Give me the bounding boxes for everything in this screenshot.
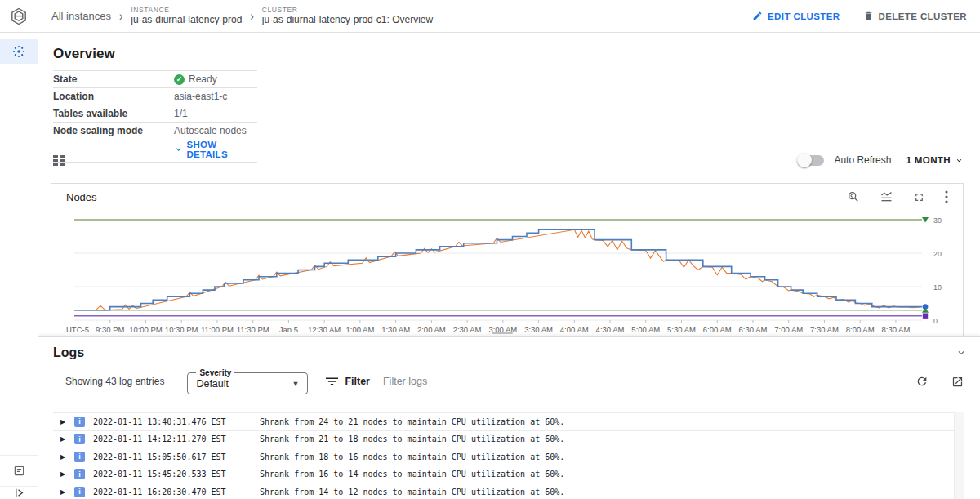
filter-logs-input[interactable]: Filter Filter logs: [326, 376, 427, 387]
expand-arrow-icon[interactable]: ▶: [60, 470, 67, 478]
svg-text:4:30 AM: 4:30 AM: [596, 325, 625, 334]
log-timestamp: 2022-01-11 15:45:20.533 EST: [93, 470, 238, 479]
log-message: Shrank from 14 to 12 nodes to maintain C…: [260, 488, 564, 497]
svg-text:10:00 PM: 10:00 PM: [129, 325, 163, 334]
logs-title: Logs: [53, 345, 84, 360]
filter-icon: [326, 376, 338, 386]
log-row[interactable]: ▶ i 2022-01-11 13:40:31.476 EST Shrank f…: [53, 412, 964, 430]
log-count-text: Showing 43 log entries: [65, 376, 164, 387]
pencil-icon: [752, 11, 763, 21]
top-breadcrumb-bar: All instances › INSTANCE ju-as-diurnal-l…: [38, 0, 980, 33]
delete-cluster-button[interactable]: DELETE CLUSTER: [863, 11, 967, 21]
svg-text:10:30 PM: 10:30 PM: [165, 325, 198, 334]
svg-text:2:30 AM: 2:30 AM: [453, 325, 482, 334]
edit-cluster-button[interactable]: EDIT CLUSTER: [752, 11, 840, 21]
chart-layout-icon[interactable]: [53, 155, 65, 166]
logs-vertical-scrollbar[interactable]: [954, 412, 964, 499]
info-badge-icon: i: [74, 469, 85, 479]
dropdown-arrow-icon: ▼: [292, 380, 300, 388]
trash-icon: [863, 11, 874, 21]
expand-arrow-icon[interactable]: ▶: [60, 418, 67, 425]
log-row[interactable]: ▶ i 2022-01-11 15:45:20.533 EST Shrank f…: [53, 466, 964, 483]
info-badge-icon: i: [74, 452, 85, 462]
zoom-reset-icon[interactable]: [847, 190, 860, 203]
left-sidebar: [0, 0, 38, 499]
kebab-menu-icon[interactable]: [945, 190, 948, 203]
info-badge-icon: i: [74, 487, 85, 497]
logs-panel: Logs Showing 43 log entries Severity Def…: [38, 336, 980, 499]
svg-text:11:30 PM: 11:30 PM: [237, 325, 270, 334]
svg-text:6:30 AM: 6:30 AM: [739, 325, 768, 334]
collapse-logs-icon[interactable]: [956, 347, 967, 359]
sidebar-item-release-notes[interactable]: [0, 455, 38, 486]
severity-dropdown[interactable]: Severity Default ▼: [187, 368, 308, 394]
open-in-new-icon[interactable]: [951, 376, 964, 388]
svg-text:6:00 AM: 6:00 AM: [703, 325, 732, 334]
svg-text:1:30 AM: 1:30 AM: [381, 325, 410, 334]
log-message: Shrank from 21 to 18 nodes to maintain C…: [260, 434, 564, 443]
sidebar-item-collapse[interactable]: [0, 486, 38, 499]
expand-arrow-icon[interactable]: ▶: [60, 488, 67, 496]
svg-text:0: 0: [933, 317, 938, 325]
overview-row-state: State ✓ Ready: [53, 70, 257, 87]
svg-text:4:00 AM: 4:00 AM: [560, 325, 589, 334]
svg-text:7:30 AM: 7:30 AM: [810, 325, 839, 334]
log-list: ▶ i 2022-01-11 13:40:31.476 EST Shrank f…: [53, 412, 964, 499]
sidebar-item-instances[interactable]: [0, 39, 38, 64]
svg-text:Jan 5: Jan 5: [279, 325, 298, 334]
series-recommended-nodes: [96, 229, 920, 310]
instances-icon: [11, 44, 26, 59]
location-value: asia-east1-c: [174, 91, 227, 102]
chart-style-icon[interactable]: [880, 190, 893, 203]
series-node-count: [74, 229, 922, 310]
log-timestamp: 2022-01-11 13:40:31.476 EST: [93, 417, 238, 426]
log-timestamp: 2022-01-11 14:12:11.270 EST: [93, 434, 238, 443]
log-timestamp: 2022-01-11 16:20:30.470 EST: [93, 488, 238, 497]
svg-text:12:30 AM: 12:30 AM: [308, 325, 341, 334]
breadcrumb: All instances › INSTANCE ju-as-diurnal-l…: [51, 6, 433, 27]
chevron-down-icon: [955, 156, 964, 165]
log-timestamp: 2022-01-11 15:05:50.617 EST: [93, 452, 238, 461]
log-message: Shrank from 16 to 14 nodes to maintain C…: [260, 470, 564, 479]
breadcrumb-instance[interactable]: INSTANCE ju-as-diurnal-latency-prod: [131, 6, 242, 27]
refresh-logs-icon[interactable]: [915, 375, 929, 388]
nodes-chart: 0102030 9:30 PM10:00 PM10:30 PM11:00 PM1…: [58, 212, 958, 336]
collapse-sidenav-icon: [13, 487, 25, 499]
release-notes-icon: [13, 465, 25, 477]
time-range-dropdown[interactable]: 1 MONTH: [906, 155, 964, 165]
fullscreen-icon[interactable]: [913, 191, 925, 203]
log-row[interactable]: ▶ i 2022-01-11 16:20:30.470 EST Shrank f…: [53, 483, 964, 499]
svg-text:1:00 AM: 1:00 AM: [345, 325, 374, 334]
expand-arrow-icon[interactable]: ▶: [60, 453, 67, 461]
svg-text:20: 20: [933, 250, 942, 258]
breadcrumb-cluster: CLUSTER ju-as-diurnal-latency-prod-c1: O…: [262, 6, 433, 27]
expand-arrow-icon[interactable]: ▶: [60, 435, 67, 443]
auto-refresh-toggle[interactable]: [800, 155, 824, 166]
log-row[interactable]: ▶ i 2022-01-11 15:05:50.617 EST Shrank f…: [53, 448, 964, 466]
metrics-toolbar: Auto Refresh 1 MONTH: [53, 150, 964, 170]
svg-text:11:00 PM: 11:00 PM: [201, 325, 234, 334]
overview-section: Overview State ✓ Ready Location asia-eas…: [53, 46, 257, 163]
bigtable-logo-icon: [9, 7, 29, 26]
severity-selected-value: Default: [196, 378, 229, 390]
overview-row-tables: Tables available 1/1: [53, 105, 257, 122]
svg-text:UTC-5: UTC-5: [66, 325, 89, 334]
svg-text:7:00 AM: 7:00 AM: [774, 325, 803, 334]
bigtable-logo: [0, 0, 38, 33]
log-row[interactable]: ▶ i 2022-01-11 14:12:11.270 EST Shrank f…: [53, 430, 964, 448]
chart-horizontal-scrollbar[interactable]: [492, 332, 513, 334]
breadcrumb-all-instances[interactable]: All instances: [51, 10, 111, 22]
filter-logs-placeholder: Filter logs: [383, 376, 427, 387]
page-title: Overview: [53, 46, 257, 62]
log-message: Shrank from 18 to 16 nodes to maintain C…: [260, 452, 564, 461]
state-value: Ready: [189, 74, 217, 85]
tables-available-value: 1/1: [174, 108, 188, 119]
svg-text:10: 10: [933, 283, 942, 292]
chart-title: Nodes: [66, 191, 97, 203]
nodes-chart-card: Nodes: [51, 183, 964, 336]
chevron-right-icon: ›: [119, 8, 122, 25]
log-message: Shrank from 24 to 21 nodes to maintain C…: [260, 417, 564, 426]
svg-text:8:00 AM: 8:00 AM: [846, 325, 875, 334]
svg-text:5:30 AM: 5:30 AM: [667, 325, 696, 334]
svg-text:5:00 AM: 5:00 AM: [631, 325, 660, 334]
